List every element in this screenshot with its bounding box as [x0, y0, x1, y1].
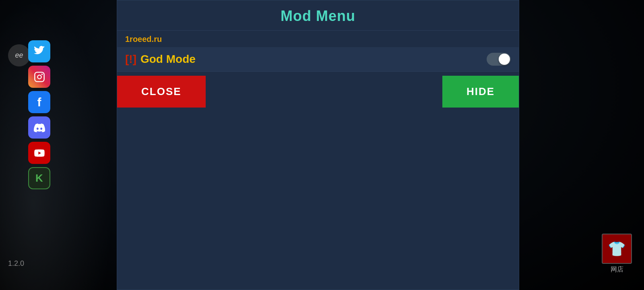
sidebar-item-discord[interactable] — [28, 116, 50, 139]
feature-name: God Mode — [140, 53, 196, 66]
modal-header: Mod Menu — [117, 0, 519, 31]
feature-indicator: [!] — [125, 53, 136, 66]
god-mode-toggle[interactable] — [487, 53, 511, 66]
sidebar-item-instagram[interactable] — [28, 66, 50, 88]
modal-title: Mod Menu — [125, 8, 511, 25]
shop-area[interactable]: 👕 网店 — [602, 234, 632, 274]
version-label: 1.2.0 — [8, 259, 24, 268]
toggle-knob — [499, 54, 510, 65]
modal-empty-space — [117, 108, 519, 290]
shop-icon[interactable]: 👕 — [602, 234, 632, 264]
svg-rect-0 — [35, 72, 44, 81]
sidebar-item-kick[interactable]: K — [28, 167, 50, 189]
sidebar-item-twitter[interactable] — [28, 40, 50, 62]
sidebar-item-facebook[interactable]: f — [28, 91, 50, 113]
feature-label: [!] God Mode — [125, 53, 196, 66]
sidebar-item-youtube[interactable] — [28, 142, 50, 164]
modal-overlay: Mod Menu 1roeed.ru [!] God Mode CLOSE HI… — [117, 0, 519, 290]
logo: ee — [8, 44, 30, 66]
svg-point-2 — [41, 73, 43, 75]
god-mode-row: [!] God Mode — [117, 47, 519, 72]
mod-menu-modal: Mod Menu 1roeed.ru [!] God Mode CLOSE HI… — [117, 0, 519, 290]
shop-label: 网店 — [611, 265, 623, 274]
close-button[interactable]: CLOSE — [117, 76, 206, 108]
social-sidebar: f K — [28, 40, 50, 189]
hide-button[interactable]: HIDE — [442, 76, 519, 108]
buttons-row: CLOSE HIDE — [117, 72, 519, 108]
svg-point-1 — [37, 75, 41, 79]
modal-body: [!] God Mode CLOSE HIDE — [117, 47, 519, 290]
modal-subtitle: 1roeed.ru — [117, 31, 519, 47]
bg-left — [0, 0, 117, 290]
